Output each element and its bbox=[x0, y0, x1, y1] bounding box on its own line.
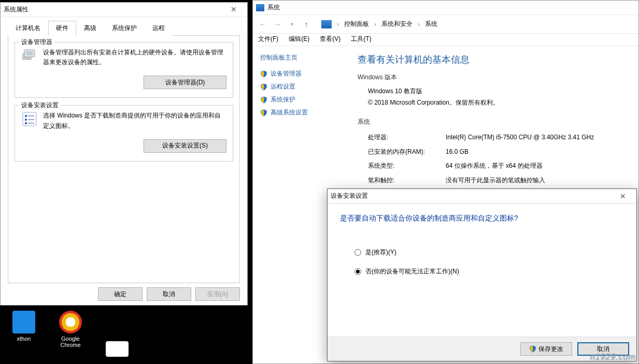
apply-button[interactable]: 应用(A) bbox=[195, 287, 240, 301]
menu-bar: 文件(F) 编辑(E) 查看(V) 工具(T) bbox=[253, 34, 638, 46]
tab-advanced[interactable]: 高级 bbox=[76, 21, 104, 36]
system-properties-dialog: 系统属性 ✕ 计算机名 硬件 高级 系统保护 远程 设备管理器 设备管理器列出所… bbox=[0, 2, 248, 305]
section-heading: 系统 bbox=[358, 118, 633, 126]
sidebar-item-remote-settings[interactable]: 远程设置 bbox=[257, 80, 348, 93]
tabstrip: 计算机名 硬件 高级 系统保护 远程 bbox=[1, 17, 247, 35]
forward-button[interactable]: → bbox=[272, 19, 283, 30]
tab-hardware[interactable]: 硬件 bbox=[48, 21, 76, 36]
sidebar-item-device-manager[interactable]: 设备管理器 bbox=[257, 67, 348, 80]
svg-rect-7 bbox=[28, 119, 34, 120]
menu-edit[interactable]: 编辑(E) bbox=[289, 35, 309, 43]
chevron-right-icon[interactable]: › bbox=[335, 21, 341, 28]
dialog-title: 设备安装设置 bbox=[331, 192, 368, 200]
cancel-button[interactable]: 取消 bbox=[147, 287, 191, 301]
group-title: 设备安装设置 bbox=[19, 101, 61, 110]
sidebar-item-advanced-settings[interactable]: 高级系统设置 bbox=[257, 106, 348, 119]
breadcrumb[interactable]: 系统和安全 bbox=[381, 20, 413, 28]
device-manager-icon bbox=[21, 48, 38, 64]
settings-list-icon bbox=[21, 111, 38, 127]
shield-icon bbox=[260, 70, 267, 78]
save-changes-button[interactable]: 保存更改 bbox=[520, 342, 572, 356]
breadcrumb[interactable]: 控制面板 bbox=[344, 20, 369, 28]
shield-icon bbox=[260, 83, 267, 91]
titlebar[interactable]: 系统 bbox=[253, 1, 638, 15]
shield-icon bbox=[260, 96, 267, 104]
sidebar-item-label: 系统保护 bbox=[271, 95, 295, 104]
device-install-settings-button[interactable]: 设备安装设置(S) bbox=[144, 139, 226, 153]
tab-body: 设备管理器 设备管理器列出所有安装在计算机上的硬件设备。请使用设备管理器来更改设… bbox=[8, 35, 240, 283]
device-install-group: 设备安装设置 选择 Windows 是否下载制造商提供的可用于你的设备的应用和自… bbox=[15, 105, 233, 161]
close-icon[interactable]: ✕ bbox=[613, 192, 633, 200]
sidebar-heading[interactable]: 控制面板主页 bbox=[260, 53, 348, 62]
dialog-question: 是否要自动下载适合你设备的制造商应用和自定义图标? bbox=[340, 214, 624, 223]
back-button[interactable]: ← bbox=[257, 19, 268, 30]
shield-icon bbox=[529, 345, 536, 353]
svg-rect-8 bbox=[25, 122, 27, 124]
radio-label: 否(你的设备可能无法正常工作)(N) bbox=[365, 267, 459, 276]
radio-label: 是(推荐)(Y) bbox=[365, 248, 396, 257]
address-bar: ← → ▾ ↑ › 控制面板 › 系统和安全 › 系统 bbox=[253, 15, 638, 34]
spec-row: 处理器:Intel(R) Core(TM) i5-7500 CPU @ 3.40… bbox=[368, 130, 633, 145]
device-manager-group: 设备管理器 设备管理器列出所有安装在计算机上的硬件设备。请使用设备管理器来更改设… bbox=[15, 42, 233, 98]
svg-rect-4 bbox=[25, 115, 27, 117]
chevron-right-icon[interactable]: › bbox=[416, 21, 422, 28]
menu-view[interactable]: 查看(V) bbox=[320, 35, 340, 43]
tab-computer-name[interactable]: 计算机名 bbox=[8, 21, 48, 36]
radio-icon bbox=[354, 268, 361, 275]
dialog-body: 是否要自动下载适合你设备的制造商应用和自定义图标? 是(推荐)(Y) 否(你的设… bbox=[328, 203, 636, 337]
desktop-icon[interactable]: Google Chrome bbox=[55, 311, 86, 359]
windows-copyright: © 2018 Microsoft Corporation。保留所有权利。 bbox=[368, 97, 633, 109]
shield-icon bbox=[260, 109, 267, 117]
device-install-settings-dialog: 设备安装设置 ✕ 是否要自动下载适合你设备的制造商应用和自定义图标? 是(推荐)… bbox=[327, 188, 637, 361]
sidebar-item-label: 设备管理器 bbox=[271, 69, 302, 78]
dialog-footer: 确定 取消 应用(A) bbox=[1, 283, 247, 305]
desktop-icon-label: Google Chrome bbox=[55, 336, 86, 348]
system-icon bbox=[256, 4, 264, 11]
desktop-icon[interactable] bbox=[102, 341, 133, 359]
spec-row: 笔和触控:没有可用于此显示器的笔或触控输入 bbox=[368, 173, 633, 188]
group-description: 选择 Windows 是否下载制造商提供的可用于你的设备的应用和自定义图标。 bbox=[43, 111, 226, 130]
desktop-icon-label: xthon bbox=[8, 336, 39, 342]
breadcrumb[interactable]: 系统 bbox=[425, 20, 437, 28]
svg-rect-6 bbox=[25, 119, 27, 121]
svg-rect-5 bbox=[28, 115, 34, 117]
window-title: 系统 bbox=[267, 3, 280, 12]
menu-tools[interactable]: 工具(T) bbox=[351, 35, 371, 43]
sidebar-item-label: 高级系统设置 bbox=[271, 108, 308, 117]
titlebar[interactable]: 设备安装设置 ✕ bbox=[328, 189, 636, 203]
windows-edition: Windows 10 教育版 bbox=[368, 86, 633, 97]
control-panel-icon bbox=[321, 20, 332, 28]
group-title: 设备管理器 bbox=[19, 38, 54, 47]
up-button[interactable]: ↑ bbox=[301, 19, 312, 30]
sidebar-item-label: 远程设置 bbox=[271, 82, 295, 91]
spec-row: 系统类型:64 位操作系统，基于 x64 的处理器 bbox=[368, 159, 633, 173]
svg-rect-2 bbox=[26, 51, 33, 55]
close-icon[interactable]: ✕ bbox=[223, 5, 244, 13]
sidebar-item-system-protection[interactable]: 系统保护 bbox=[257, 93, 348, 106]
section-heading: Windows 版本 bbox=[358, 73, 633, 82]
radio-option-no[interactable]: 否(你的设备可能无法正常工作)(N) bbox=[354, 267, 624, 276]
desktop-icon[interactable] bbox=[148, 341, 179, 359]
spec-row: 已安装的内存(RAM):16.0 GB bbox=[368, 145, 633, 159]
radio-icon bbox=[354, 249, 361, 256]
group-description: 设备管理器列出所有安装在计算机上的硬件设备。请使用设备管理器来更改设备的属性。 bbox=[43, 48, 226, 67]
device-manager-button[interactable]: 设备管理器(D) bbox=[144, 76, 226, 89]
svg-rect-9 bbox=[28, 123, 34, 124]
ok-button[interactable]: 确定 bbox=[98, 287, 143, 301]
desktop-area: xthon Google Chrome bbox=[0, 305, 252, 364]
chevron-right-icon[interactable]: › bbox=[372, 21, 378, 28]
radio-option-yes[interactable]: 是(推荐)(Y) bbox=[354, 248, 624, 257]
menu-file[interactable]: 文件(F) bbox=[258, 35, 278, 43]
desktop-icon[interactable]: xthon bbox=[8, 311, 39, 359]
tab-remote[interactable]: 远程 bbox=[145, 21, 173, 36]
dialog-title: 系统属性 bbox=[4, 5, 29, 14]
history-dropdown[interactable]: ▾ bbox=[286, 19, 297, 30]
tab-system-protection[interactable]: 系统保护 bbox=[104, 21, 145, 36]
titlebar[interactable]: 系统属性 ✕ bbox=[1, 3, 247, 17]
watermark: n1929.com bbox=[590, 353, 636, 362]
page-heading: 查看有关计算机的基本信息 bbox=[358, 53, 633, 66]
